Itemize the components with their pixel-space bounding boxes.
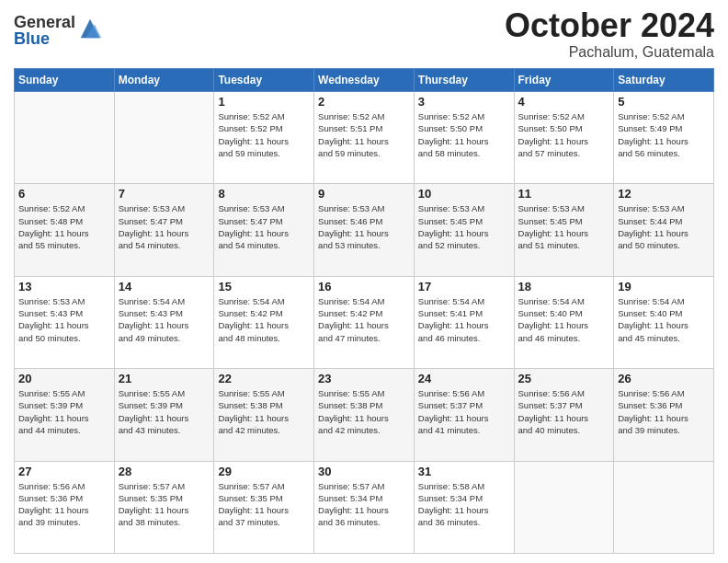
day-info: Sunrise: 5:57 AM Sunset: 5:34 PM Dayligh… (318, 480, 410, 529)
table-row: 22Sunrise: 5:55 AM Sunset: 5:38 PM Dayli… (214, 369, 314, 461)
day-info: Sunrise: 5:56 AM Sunset: 5:36 PM Dayligh… (618, 387, 710, 436)
calendar-table: Sunday Monday Tuesday Wednesday Thursday… (14, 68, 714, 554)
table-row: 12Sunrise: 5:53 AM Sunset: 5:44 PM Dayli… (614, 184, 714, 276)
day-info: Sunrise: 5:54 AM Sunset: 5:40 PM Dayligh… (618, 295, 710, 344)
day-info: Sunrise: 5:54 AM Sunset: 5:41 PM Dayligh… (418, 295, 510, 344)
day-info: Sunrise: 5:52 AM Sunset: 5:50 PM Dayligh… (518, 110, 610, 159)
day-number: 1 (218, 95, 310, 109)
day-info: Sunrise: 5:53 AM Sunset: 5:46 PM Dayligh… (318, 202, 410, 251)
header-saturday: Saturday (614, 69, 714, 92)
table-row: 24Sunrise: 5:56 AM Sunset: 5:37 PM Dayli… (414, 369, 514, 461)
table-row (514, 461, 614, 553)
page: General Blue October 2024 Pachalum, Guat… (0, 0, 728, 563)
table-row: 1Sunrise: 5:52 AM Sunset: 5:52 PM Daylig… (214, 92, 314, 184)
day-number: 29 (218, 465, 310, 478)
table-row: 30Sunrise: 5:57 AM Sunset: 5:34 PM Dayli… (314, 461, 415, 553)
table-row (114, 92, 214, 184)
day-info: Sunrise: 5:56 AM Sunset: 5:36 PM Dayligh… (18, 480, 110, 529)
day-number: 25 (518, 372, 610, 385)
table-row: 3Sunrise: 5:52 AM Sunset: 5:50 PM Daylig… (414, 92, 514, 184)
table-row: 26Sunrise: 5:56 AM Sunset: 5:36 PM Dayli… (614, 369, 714, 461)
header: General Blue October 2024 Pachalum, Guat… (14, 9, 714, 61)
day-number: 13 (18, 280, 110, 293)
day-info: Sunrise: 5:54 AM Sunset: 5:42 PM Dayligh… (318, 295, 410, 344)
day-number: 10 (418, 187, 510, 201)
day-number: 20 (18, 372, 110, 385)
day-number: 30 (318, 465, 410, 478)
day-info: Sunrise: 5:52 AM Sunset: 5:50 PM Dayligh… (418, 110, 510, 159)
day-info: Sunrise: 5:54 AM Sunset: 5:40 PM Dayligh… (518, 295, 610, 344)
day-info: Sunrise: 5:53 AM Sunset: 5:45 PM Dayligh… (418, 202, 510, 251)
day-info: Sunrise: 5:52 AM Sunset: 5:49 PM Dayligh… (618, 110, 710, 159)
table-row: 18Sunrise: 5:54 AM Sunset: 5:40 PM Dayli… (514, 276, 614, 368)
day-info: Sunrise: 5:53 AM Sunset: 5:43 PM Dayligh… (18, 295, 110, 344)
day-number: 24 (418, 372, 510, 385)
day-number: 6 (18, 187, 110, 201)
title-section: October 2024 Pachalum, Guatemala (505, 9, 714, 61)
header-friday: Friday (514, 69, 614, 92)
table-row: 20Sunrise: 5:55 AM Sunset: 5:39 PM Dayli… (15, 369, 115, 461)
table-row: 13Sunrise: 5:53 AM Sunset: 5:43 PM Dayli… (15, 276, 115, 368)
header-tuesday: Tuesday (214, 69, 314, 92)
day-number: 22 (218, 372, 310, 385)
table-row: 28Sunrise: 5:57 AM Sunset: 5:35 PM Dayli… (114, 461, 214, 553)
day-number: 16 (318, 280, 410, 293)
table-row (15, 92, 115, 184)
day-number: 17 (418, 280, 510, 293)
table-row: 2Sunrise: 5:52 AM Sunset: 5:51 PM Daylig… (314, 92, 415, 184)
day-number: 19 (618, 280, 710, 293)
table-row: 8Sunrise: 5:53 AM Sunset: 5:47 PM Daylig… (214, 184, 314, 276)
day-number: 23 (318, 372, 410, 385)
day-info: Sunrise: 5:56 AM Sunset: 5:37 PM Dayligh… (518, 387, 610, 436)
weekday-header-row: Sunday Monday Tuesday Wednesday Thursday… (15, 69, 714, 92)
table-row: 27Sunrise: 5:56 AM Sunset: 5:36 PM Dayli… (15, 461, 115, 553)
table-row: 19Sunrise: 5:54 AM Sunset: 5:40 PM Dayli… (614, 276, 714, 368)
day-number: 26 (618, 372, 710, 385)
day-info: Sunrise: 5:58 AM Sunset: 5:34 PM Dayligh… (418, 480, 510, 529)
day-number: 14 (119, 280, 210, 293)
day-info: Sunrise: 5:55 AM Sunset: 5:38 PM Dayligh… (318, 387, 410, 436)
table-row (614, 461, 714, 553)
day-info: Sunrise: 5:55 AM Sunset: 5:39 PM Dayligh… (119, 387, 210, 436)
day-number: 15 (218, 280, 310, 293)
table-row: 17Sunrise: 5:54 AM Sunset: 5:41 PM Dayli… (414, 276, 514, 368)
day-number: 12 (618, 187, 710, 201)
day-number: 3 (418, 95, 510, 109)
day-number: 4 (518, 95, 610, 109)
day-number: 18 (518, 280, 610, 293)
table-row: 15Sunrise: 5:54 AM Sunset: 5:42 PM Dayli… (214, 276, 314, 368)
day-number: 7 (119, 187, 210, 201)
table-row: 21Sunrise: 5:55 AM Sunset: 5:39 PM Dayli… (114, 369, 214, 461)
header-wednesday: Wednesday (314, 69, 415, 92)
day-number: 21 (119, 372, 210, 385)
day-info: Sunrise: 5:57 AM Sunset: 5:35 PM Dayligh… (119, 480, 210, 529)
day-info: Sunrise: 5:53 AM Sunset: 5:47 PM Dayligh… (218, 202, 310, 251)
day-info: Sunrise: 5:54 AM Sunset: 5:43 PM Dayligh… (119, 295, 210, 344)
table-row: 7Sunrise: 5:53 AM Sunset: 5:47 PM Daylig… (114, 184, 214, 276)
logo-blue-text: Blue (14, 30, 75, 47)
logo: General Blue (14, 14, 103, 47)
day-number: 31 (418, 465, 510, 478)
day-info: Sunrise: 5:57 AM Sunset: 5:35 PM Dayligh… (218, 480, 310, 529)
day-number: 9 (318, 187, 410, 201)
day-info: Sunrise: 5:54 AM Sunset: 5:42 PM Dayligh… (218, 295, 310, 344)
table-row: 16Sunrise: 5:54 AM Sunset: 5:42 PM Dayli… (314, 276, 415, 368)
day-info: Sunrise: 5:53 AM Sunset: 5:44 PM Dayligh… (618, 202, 710, 251)
table-row: 4Sunrise: 5:52 AM Sunset: 5:50 PM Daylig… (514, 92, 614, 184)
table-row: 25Sunrise: 5:56 AM Sunset: 5:37 PM Dayli… (514, 369, 614, 461)
header-thursday: Thursday (414, 69, 514, 92)
day-number: 5 (618, 95, 710, 109)
header-monday: Monday (114, 69, 214, 92)
day-info: Sunrise: 5:55 AM Sunset: 5:38 PM Dayligh… (218, 387, 310, 436)
day-info: Sunrise: 5:56 AM Sunset: 5:37 PM Dayligh… (418, 387, 510, 436)
day-info: Sunrise: 5:53 AM Sunset: 5:47 PM Dayligh… (119, 202, 210, 251)
day-info: Sunrise: 5:52 AM Sunset: 5:48 PM Dayligh… (18, 202, 110, 251)
day-number: 28 (119, 465, 210, 478)
table-row: 6Sunrise: 5:52 AM Sunset: 5:48 PM Daylig… (15, 184, 115, 276)
day-info: Sunrise: 5:52 AM Sunset: 5:51 PM Dayligh… (318, 110, 410, 159)
month-title: October 2024 (505, 9, 714, 42)
table-row: 29Sunrise: 5:57 AM Sunset: 5:35 PM Dayli… (214, 461, 314, 553)
table-row: 11Sunrise: 5:53 AM Sunset: 5:45 PM Dayli… (514, 184, 614, 276)
table-row: 14Sunrise: 5:54 AM Sunset: 5:43 PM Dayli… (114, 276, 214, 368)
logo-icon (77, 16, 103, 41)
